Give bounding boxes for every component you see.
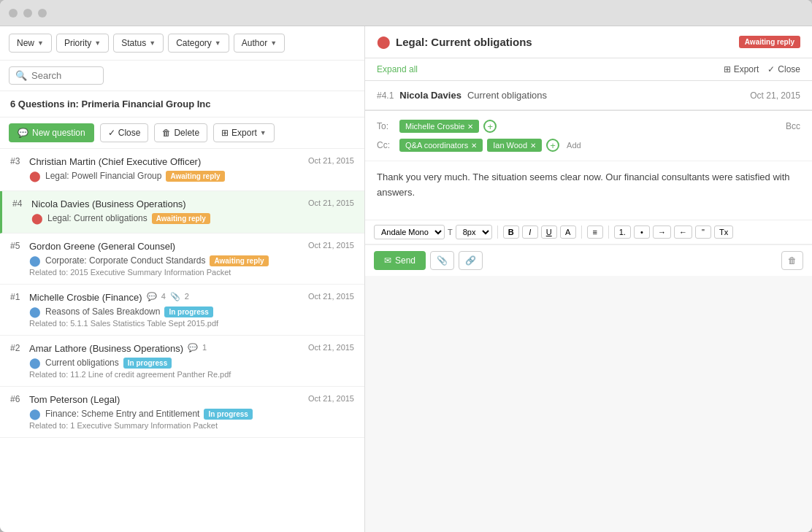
status-dropdown[interactable]: Status ▼ xyxy=(113,34,164,53)
blockquote-button[interactable]: " xyxy=(695,225,711,239)
attach-button[interactable]: 📎 xyxy=(430,251,454,270)
close-link[interactable]: ✓ Close xyxy=(767,64,800,74)
trash-icon: 🗑 xyxy=(162,128,171,138)
question-top-row: #3 Christian Martin (Chief Executive Off… xyxy=(10,156,354,167)
italic-button[interactable]: I xyxy=(522,225,538,239)
left-panel: New ▼ Priority ▼ Status ▼ Category ▼ Aut… xyxy=(0,26,365,532)
bcc-link[interactable]: Bcc xyxy=(786,121,800,131)
priority-high-icon: ⬤ xyxy=(31,212,43,224)
new-question-button[interactable]: 💬 New question xyxy=(9,123,94,142)
close-button[interactable]: ✓ Close xyxy=(100,123,149,142)
font-color-button[interactable]: A xyxy=(560,225,576,239)
search-input-wrap[interactable]: 🔍 xyxy=(9,66,104,85)
action-bar: 💬 New question ✓ Close 🗑 Delete ⊞ Export… xyxy=(0,117,364,149)
outdent-button[interactable]: ← xyxy=(674,225,692,239)
export-link[interactable]: ⊞ Export xyxy=(724,64,759,74)
formatting-bar: Andale Mono T 8px B I U A ≡ xyxy=(365,220,812,244)
paperclip-icon: 📎 xyxy=(437,255,448,266)
cc-chip-ian: Ian Wood ✕ xyxy=(487,139,542,152)
question-top-row: #1 Michelle Crosbie (Finance) 💬 4 📎 2 Oc… xyxy=(10,292,354,303)
category-dropdown[interactable]: Category ▼ xyxy=(168,34,229,53)
cc-chip-qa: Q&A coordinators ✕ xyxy=(399,139,483,152)
send-bar: ✉ Send 📎 🔗 🗑 xyxy=(365,244,812,276)
align-button[interactable]: ≡ xyxy=(587,225,603,239)
export-button[interactable]: ⊞ Export ▼ xyxy=(213,123,275,142)
to-row: To: Michelle Crosbie ✕ + Bcc xyxy=(377,117,800,136)
awaiting-reply-badge: Awaiting reply xyxy=(739,36,800,48)
link-button[interactable]: 🔗 xyxy=(459,251,483,270)
table-export-icon: ⊞ xyxy=(724,64,731,74)
attachment-icon: 📎 xyxy=(170,292,180,301)
add-recipient-button[interactable]: + xyxy=(483,120,497,133)
priority-medium-icon: ⬤ xyxy=(29,306,41,317)
priority-dropdown[interactable]: Priority ▼ xyxy=(56,34,109,53)
maximize-btn[interactable] xyxy=(38,9,47,18)
priority-medium-icon: ⬤ xyxy=(29,357,41,369)
author-dropdown[interactable]: Author ▼ xyxy=(234,34,285,53)
list-item[interactable]: #5 Gordon Greene (General Counsel) Oct 2… xyxy=(0,234,364,285)
priority-medium-icon: ⬤ xyxy=(29,255,41,266)
font-size-label: T xyxy=(448,228,453,236)
question-top-row: #6 Tom Peterson (Legal) Oct 21, 2015 xyxy=(10,394,354,405)
questions-list: #3 Christian Martin (Chief Executive Off… xyxy=(0,149,364,532)
font-family-select[interactable]: Andale Mono xyxy=(374,225,445,239)
right-panel: ⬤ Legal: Current obligations Awaiting re… xyxy=(365,26,812,532)
content-area: New ▼ Priority ▼ Status ▼ Category ▼ Aut… xyxy=(0,26,812,532)
underline-button[interactable]: U xyxy=(541,225,557,239)
email-container: #4.1 Nicola Davies Current obligations O… xyxy=(365,81,812,532)
priority-caret-icon: ▼ xyxy=(94,39,101,47)
email-body[interactable]: Thank you very much. The situation seems… xyxy=(365,161,812,220)
status-badge: Awaiting reply xyxy=(166,171,224,182)
remove-recipient-icon[interactable]: ✕ xyxy=(467,123,473,131)
new-dropdown[interactable]: New ▼ xyxy=(9,34,52,53)
main-window: New ▼ Priority ▼ Status ▼ Category ▼ Aut… xyxy=(0,0,812,532)
list-item[interactable]: #3 Christian Martin (Chief Executive Off… xyxy=(0,149,364,191)
unordered-list-button[interactable]: • xyxy=(634,225,650,239)
priority-medium-icon: ⬤ xyxy=(29,408,41,420)
trash-draft-icon: 🗑 xyxy=(788,255,797,266)
ordered-list-button[interactable]: 1. xyxy=(614,225,631,239)
priority-high-icon: ⬤ xyxy=(29,170,41,182)
list-item[interactable]: #2 Amar Lathore (Business Operations) 💬 … xyxy=(0,336,364,387)
list-item[interactable]: #4 Nicola Davies (Business Operations) O… xyxy=(0,191,364,234)
compose-area: To: Michelle Crosbie ✕ + Bcc Cc: xyxy=(365,110,812,276)
delete-draft-button[interactable]: 🗑 xyxy=(781,251,803,270)
filter-toolbar: New ▼ Priority ▼ Status ▼ Category ▼ Aut… xyxy=(0,26,364,61)
search-input[interactable] xyxy=(31,70,90,81)
font-size-select[interactable]: 8px xyxy=(456,225,492,239)
comment-icon: 💬 xyxy=(147,292,157,301)
add-cc-button[interactable]: + xyxy=(546,139,559,152)
send-icon: ✉ xyxy=(384,255,391,266)
check-close-icon: ✓ xyxy=(767,64,775,74)
status-badge: In progress xyxy=(123,358,172,369)
comment-icon: 💬 xyxy=(188,343,198,352)
question-top-row: #2 Amar Lathore (Business Operations) 💬 … xyxy=(10,343,354,354)
recipients-area: To: Michelle Crosbie ✕ + Bcc Cc: xyxy=(365,111,812,161)
titlebar xyxy=(0,0,812,26)
minimize-btn[interactable] xyxy=(23,9,32,18)
expand-all-link[interactable]: Expand all xyxy=(377,64,418,74)
status-badge: Awaiting reply xyxy=(210,255,268,266)
list-item[interactable]: #1 Michelle Crosbie (Finance) 💬 4 📎 2 Oc… xyxy=(0,285,364,336)
author-caret-icon: ▼ xyxy=(270,39,277,47)
remove-cc-icon[interactable]: ✕ xyxy=(471,142,477,150)
link-icon: 🔗 xyxy=(465,255,476,266)
status-caret-icon: ▼ xyxy=(149,39,156,47)
send-button[interactable]: ✉ Send xyxy=(374,251,426,270)
clear-format-button[interactable]: Tx xyxy=(714,225,733,239)
close-window-btn[interactable] xyxy=(9,9,18,18)
remove-cc-ian-icon[interactable]: ✕ xyxy=(530,142,536,150)
indent-button[interactable]: → xyxy=(653,225,671,239)
right-header: ⬤ Legal: Current obligations Awaiting re… xyxy=(365,26,812,58)
bold-button[interactable]: B xyxy=(503,225,519,239)
category-caret-icon: ▼ xyxy=(215,39,221,47)
list-item[interactable]: #6 Tom Peterson (Legal) Oct 21, 2015 ⬤ F… xyxy=(0,387,364,438)
question-top-row: #5 Gordon Greene (General Counsel) Oct 2… xyxy=(10,241,354,252)
table-icon: ⊞ xyxy=(221,128,229,138)
export-caret-icon: ▼ xyxy=(260,129,267,136)
status-badge: In progress xyxy=(164,307,212,317)
cc-row: Cc: Q&A coordinators ✕ Ian Wood ✕ + Add xyxy=(377,136,800,155)
status-badge: In progress xyxy=(204,409,252,420)
delete-button[interactable]: 🗑 Delete xyxy=(154,123,207,142)
status-badge: Awaiting reply xyxy=(152,213,210,224)
